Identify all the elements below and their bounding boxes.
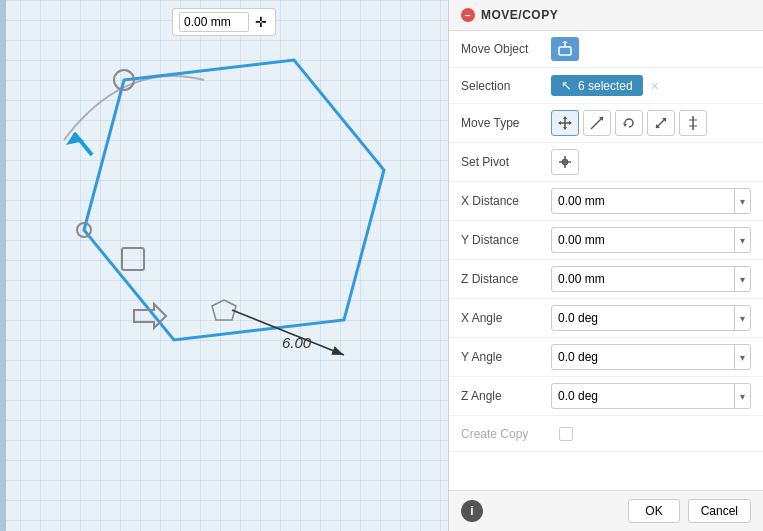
distance-label: 6.00 xyxy=(282,334,312,351)
z-distance-input-wrap: ▾ xyxy=(551,266,751,292)
panel-body: Move Object Selection ↖ 6 selected xyxy=(449,31,763,490)
z-angle-input[interactable] xyxy=(552,386,734,406)
set-pivot-button[interactable] xyxy=(551,149,579,175)
svg-marker-0 xyxy=(84,60,384,340)
create-copy-row: Create Copy xyxy=(449,416,763,452)
selection-count: 6 selected xyxy=(578,79,633,93)
y-angle-label: Y Angle xyxy=(461,350,551,364)
y-distance-row: Y Distance ▾ xyxy=(449,221,763,260)
x-distance-row: X Distance ▾ xyxy=(449,182,763,221)
create-copy-control xyxy=(551,427,751,441)
x-distance-label: X Distance xyxy=(461,194,551,208)
minus-icon: − xyxy=(465,10,471,21)
move-object-button[interactable] xyxy=(551,37,579,61)
align-icon xyxy=(685,115,701,131)
z-distance-label: Z Distance xyxy=(461,272,551,286)
y-distance-input[interactable] xyxy=(552,230,734,250)
rotate-icon xyxy=(621,115,637,131)
svg-marker-12 xyxy=(562,41,568,43)
free-move-icon xyxy=(589,115,605,131)
panel-title: MOVE/COPY xyxy=(481,8,558,22)
panel-footer: i OK Cancel xyxy=(449,490,763,531)
cancel-button[interactable]: Cancel xyxy=(688,499,751,523)
x-angle-row: X Angle ▾ xyxy=(449,299,763,338)
info-button[interactable]: i xyxy=(461,500,483,522)
x-angle-dropdown[interactable]: ▾ xyxy=(734,306,750,330)
set-pivot-label: Set Pivot xyxy=(461,155,551,169)
ok-button[interactable]: OK xyxy=(628,499,679,523)
x-distance-dropdown[interactable]: ▾ xyxy=(734,189,750,213)
set-pivot-control xyxy=(551,149,751,175)
move-type-translate-button[interactable] xyxy=(551,110,579,136)
move-type-label: Move Type xyxy=(461,116,551,130)
move-object-label: Move Object xyxy=(461,42,551,56)
pivot-icon xyxy=(557,154,573,170)
z-angle-control: ▾ xyxy=(551,383,751,409)
z-angle-row: Z Angle ▾ xyxy=(449,377,763,416)
canvas-svg: 6.00 xyxy=(0,0,448,531)
translate-icon xyxy=(557,115,573,131)
move-object-control xyxy=(551,37,751,61)
svg-marker-16 xyxy=(563,127,567,130)
y-distance-control: ▾ xyxy=(551,227,751,253)
move-type-align-button[interactable] xyxy=(679,110,707,136)
panel-header: − MOVE/COPY xyxy=(449,0,763,31)
selection-badge[interactable]: ↖ 6 selected xyxy=(551,75,643,96)
selection-clear-button[interactable]: × xyxy=(651,78,659,94)
x-angle-input-wrap: ▾ xyxy=(551,305,751,331)
y-angle-dropdown[interactable]: ▾ xyxy=(734,345,750,369)
x-distance-control: ▾ xyxy=(551,188,751,214)
toolbar-move-icon[interactable]: ✛ xyxy=(253,12,269,32)
top-toolbar: ✛ xyxy=(172,8,276,36)
y-distance-dropdown[interactable]: ▾ xyxy=(734,228,750,252)
move-type-rotate-button[interactable] xyxy=(615,110,643,136)
panel-header-icon: − xyxy=(461,8,475,22)
move-type-control xyxy=(551,110,751,136)
move-type-scale-button[interactable] xyxy=(647,110,675,136)
svg-rect-10 xyxy=(559,47,571,55)
z-distance-dropdown[interactable]: ▾ xyxy=(734,267,750,291)
create-copy-label: Create Copy xyxy=(461,427,551,441)
set-pivot-row: Set Pivot xyxy=(449,143,763,182)
x-angle-input[interactable] xyxy=(552,308,734,328)
z-angle-dropdown[interactable]: ▾ xyxy=(734,384,750,408)
scale-icon xyxy=(653,115,669,131)
z-distance-input[interactable] xyxy=(552,269,734,289)
move-object-icon xyxy=(557,41,573,57)
x-distance-input-wrap: ▾ xyxy=(551,188,751,214)
svg-marker-18 xyxy=(569,121,572,125)
z-angle-label: Z Angle xyxy=(461,389,551,403)
move-type-row: Move Type xyxy=(449,104,763,143)
y-angle-input[interactable] xyxy=(552,347,734,367)
y-distance-input-wrap: ▾ xyxy=(551,227,751,253)
svg-rect-5 xyxy=(122,248,144,270)
y-angle-control: ▾ xyxy=(551,344,751,370)
z-distance-row: Z Distance ▾ xyxy=(449,260,763,299)
x-angle-label: X Angle xyxy=(461,311,551,325)
svg-marker-21 xyxy=(623,123,627,127)
create-copy-checkbox[interactable] xyxy=(559,427,573,441)
svg-marker-17 xyxy=(558,121,561,125)
move-object-row: Move Object xyxy=(449,31,763,68)
canvas-area: ✛ 6.00 xyxy=(0,0,448,531)
y-distance-label: Y Distance xyxy=(461,233,551,247)
z-distance-control: ▾ xyxy=(551,266,751,292)
right-panel: − MOVE/COPY Move Object Selection xyxy=(448,0,763,531)
selection-row: Selection ↖ 6 selected × xyxy=(449,68,763,104)
selection-control: ↖ 6 selected × xyxy=(551,75,751,96)
y-angle-input-wrap: ▾ xyxy=(551,344,751,370)
x-distance-input[interactable] xyxy=(552,191,734,211)
y-angle-row: Y Angle ▾ xyxy=(449,338,763,377)
x-angle-control: ▾ xyxy=(551,305,751,331)
selection-label: Selection xyxy=(461,79,551,93)
z-angle-input-wrap: ▾ xyxy=(551,383,751,409)
cursor-icon: ↖ xyxy=(561,78,572,93)
svg-marker-15 xyxy=(563,116,567,119)
toolbar-distance-input[interactable] xyxy=(179,12,249,32)
move-type-free-button[interactable] xyxy=(583,110,611,136)
